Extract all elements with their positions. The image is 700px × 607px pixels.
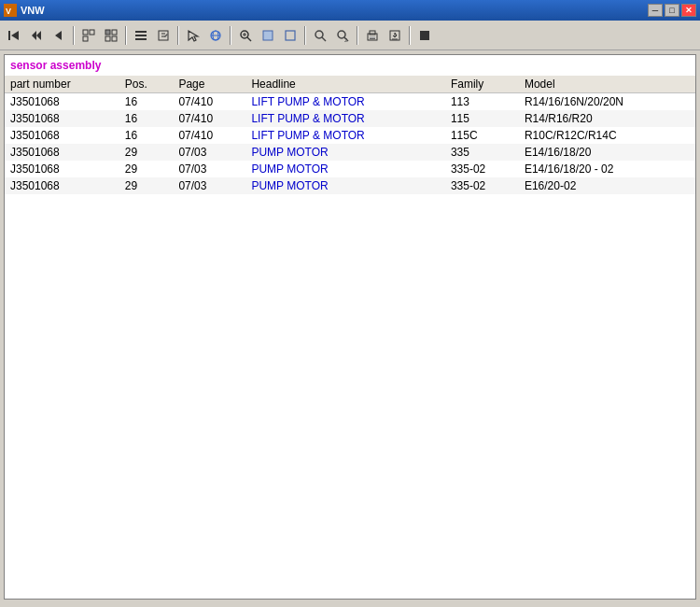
app-title: VNW — [21, 5, 45, 16]
svg-rect-8 — [90, 30, 94, 35]
cell-model: R14/R16/R20 — [519, 110, 695, 127]
separator-6 — [357, 26, 358, 45]
svg-rect-11 — [112, 30, 117, 35]
cursor-button[interactable] — [183, 25, 203, 46]
cell-headline[interactable]: PUMP MOTOR — [245, 177, 444, 194]
svg-rect-30 — [286, 31, 295, 40]
cell-model: E14/16/18/20 — [519, 144, 695, 161]
svg-rect-9 — [83, 36, 88, 41]
cell-headline[interactable]: LIFT PUMP & MOTOR — [245, 93, 444, 111]
nav-prev-button[interactable] — [78, 25, 99, 46]
separator-7 — [409, 26, 411, 45]
svg-rect-44 — [420, 31, 429, 40]
cell-pos: 16 — [119, 93, 174, 111]
edit-button[interactable] — [153, 25, 174, 46]
toolbar: 2 — [0, 21, 700, 50]
header-page: Page — [173, 76, 245, 93]
svg-rect-13 — [112, 36, 117, 41]
svg-marker-21 — [189, 31, 198, 41]
svg-marker-4 — [32, 31, 36, 40]
title-bar: V VNW ─ □ ✕ — [0, 0, 700, 21]
cell-pos: 16 — [119, 127, 174, 144]
cell-headline[interactable]: LIFT PUMP & MOTOR — [245, 110, 444, 127]
export-button[interactable] — [385, 25, 405, 46]
cell-pos: 29 — [119, 144, 174, 161]
svg-rect-7 — [83, 30, 88, 35]
app-icon: V — [4, 4, 17, 17]
table-row: J35010681607/410LIFT PUMP & MOTOR115R14/… — [5, 110, 695, 127]
nav-next-button[interactable] — [101, 25, 121, 46]
separator-2 — [125, 26, 127, 45]
header-pos: Pos. — [119, 76, 174, 93]
svg-marker-3 — [11, 31, 19, 40]
results-table: part number Pos. Page Headline Family Mo… — [5, 76, 695, 194]
rect-button[interactable] — [258, 25, 278, 46]
separator-3 — [177, 26, 179, 45]
svg-rect-12 — [105, 36, 110, 41]
table-header-row: part number Pos. Page Headline Family Mo… — [5, 76, 695, 93]
search2-button[interactable]: 2 — [332, 25, 353, 46]
cell-page: 07/03 — [173, 144, 245, 161]
svg-text:V: V — [6, 7, 11, 16]
svg-line-32 — [322, 37, 326, 41]
svg-point-31 — [315, 31, 323, 38]
minimize-button[interactable]: ─ — [648, 4, 663, 17]
svg-rect-14 — [135, 31, 147, 33]
maximize-button[interactable]: □ — [665, 4, 679, 17]
svg-marker-20 — [164, 34, 168, 37]
svg-marker-42 — [393, 33, 397, 37]
cell-model: R14/16/16N/20/20N — [519, 93, 695, 111]
separator-4 — [230, 26, 231, 45]
close-button[interactable]: ✕ — [681, 4, 696, 17]
cell-partNumber: J3501068 — [5, 110, 119, 127]
svg-rect-10 — [105, 30, 110, 35]
cell-page: 07/03 — [173, 161, 245, 177]
svg-rect-16 — [135, 38, 147, 40]
svg-marker-5 — [36, 31, 41, 40]
cell-family: 115 — [445, 110, 519, 127]
table-row: J35010682907/03PUMP MOTOR335E14/16/18/20 — [5, 144, 695, 161]
cell-model: R10C/R12C/R14C — [519, 127, 695, 144]
section-heading: sensor assembly — [5, 55, 695, 76]
cell-family: 113 — [445, 93, 519, 111]
globe-button[interactable] — [205, 25, 226, 46]
prev-prev-button[interactable] — [26, 25, 47, 46]
cell-headline[interactable]: LIFT PUMP & MOTOR — [245, 127, 444, 144]
svg-rect-15 — [135, 35, 147, 36]
prev-button[interactable] — [49, 25, 69, 46]
table-row: J35010681607/410LIFT PUMP & MOTOR113R14/… — [5, 93, 695, 111]
cell-family: 115C — [445, 127, 519, 144]
cell-pos: 29 — [119, 161, 174, 177]
table-row: J35010682907/03PUMP MOTOR335-02E14/16/18… — [5, 161, 695, 177]
cell-partNumber: J3501068 — [5, 127, 119, 144]
table-row: J35010681607/410LIFT PUMP & MOTOR115CR10… — [5, 127, 695, 144]
cell-page: 07/03 — [173, 177, 245, 194]
search-button[interactable] — [310, 25, 330, 46]
first-button[interactable] — [4, 25, 24, 46]
cell-pos: 16 — [119, 110, 174, 127]
separator-1 — [73, 26, 75, 45]
header-headline: Headline — [245, 76, 444, 93]
window-controls: ─ □ ✕ — [648, 4, 696, 17]
cell-model: E16/20-02 — [519, 177, 695, 194]
cell-page: 07/410 — [173, 110, 245, 127]
svg-marker-6 — [55, 31, 62, 40]
cell-headline[interactable]: PUMP MOTOR — [245, 161, 444, 177]
rect2-button[interactable] — [280, 25, 301, 46]
cell-pos: 29 — [119, 177, 174, 194]
cell-partNumber: J3501068 — [5, 177, 119, 194]
header-family: Family — [445, 76, 519, 93]
cell-family: 335-02 — [445, 161, 519, 177]
table-row: J35010682907/03PUMP MOTOR335-02E16/20-02 — [5, 177, 695, 194]
zoom-button[interactable] — [235, 25, 256, 46]
list-button[interactable] — [131, 25, 151, 46]
separator-5 — [304, 26, 306, 45]
cell-partNumber: J3501068 — [5, 161, 119, 177]
cell-family: 335-02 — [445, 177, 519, 194]
cell-family: 335 — [445, 144, 519, 161]
svg-line-26 — [247, 37, 251, 41]
title-bar-left: V VNW — [4, 4, 45, 17]
stop-button[interactable] — [414, 25, 435, 46]
print-button[interactable] — [362, 25, 383, 46]
cell-headline[interactable]: PUMP MOTOR — [245, 144, 444, 161]
